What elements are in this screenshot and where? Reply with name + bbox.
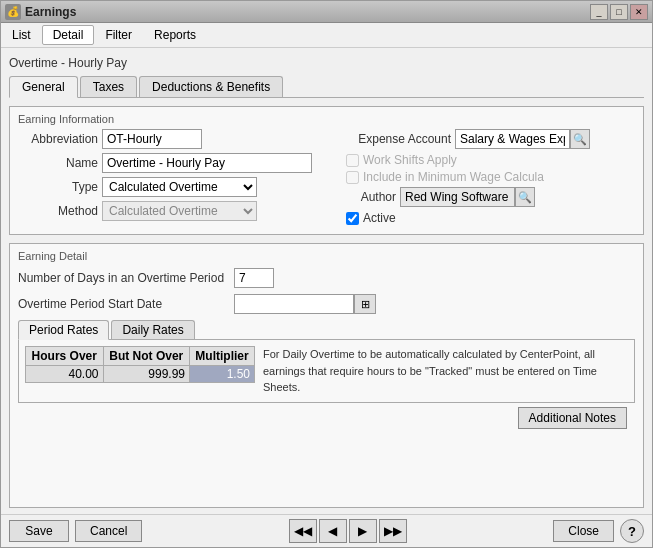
footer-right: Close ?: [553, 519, 644, 543]
method-select[interactable]: Calculated Overtime: [102, 201, 257, 221]
tab-deductions[interactable]: Deductions & Benefits: [139, 76, 283, 97]
min-wage-checkbox[interactable]: [346, 171, 359, 184]
nav-prev-button[interactable]: ◀: [319, 519, 347, 543]
col-but-not-over: But Not Over: [103, 347, 190, 366]
rates-table-wrap: Hours Over But Not Over Multiplier 40.00…: [25, 346, 255, 396]
days-input[interactable]: [234, 268, 274, 288]
days-row: Number of Days in an Overtime Period: [18, 268, 635, 288]
name-label: Name: [18, 156, 98, 170]
author-row: Author 🔍: [346, 187, 635, 207]
expense-account-wrap: 🔍: [455, 129, 590, 149]
additional-notes-button[interactable]: Additional Notes: [518, 407, 627, 429]
title-bar-left: 💰 Earnings: [5, 4, 76, 20]
earning-detail-legend: Earning Detail: [18, 250, 635, 262]
tab-taxes[interactable]: Taxes: [80, 76, 137, 97]
min-wage-row: Include in Minimum Wage Calcula: [346, 170, 635, 184]
active-row: Active: [346, 211, 635, 225]
start-date-wrap: ⊞: [234, 294, 376, 314]
earning-info-left: Abbreviation Name Type Calculated Overti…: [18, 129, 338, 228]
work-shifts-row: Work Shifts Apply: [346, 153, 635, 167]
footer-left: Save Cancel: [9, 520, 142, 542]
expense-account-row: Expense Account 🔍: [346, 129, 635, 149]
start-date-input[interactable]: [234, 294, 354, 314]
tab-general[interactable]: General: [9, 76, 78, 98]
nav-next-button[interactable]: ▶: [349, 519, 377, 543]
start-date-row: Overtime Period Start Date ⊞: [18, 294, 635, 314]
abbreviation-row: Abbreviation: [18, 129, 338, 149]
tab-daily-rates[interactable]: Daily Rates: [111, 320, 194, 339]
earning-info-box: Earning Information Abbreviation Name Ty…: [9, 106, 644, 235]
save-button[interactable]: Save: [9, 520, 69, 542]
min-wage-label: Include in Minimum Wage Calcula: [363, 170, 544, 184]
menu-bar: List Detail Filter Reports: [1, 23, 652, 48]
help-button[interactable]: ?: [620, 519, 644, 543]
work-shifts-checkbox[interactable]: [346, 154, 359, 167]
footer-nav: ◀◀ ◀ ▶ ▶▶: [289, 519, 407, 543]
maximize-button[interactable]: □: [610, 4, 628, 20]
name-row: Name: [18, 153, 338, 173]
minimize-button[interactable]: _: [590, 4, 608, 20]
author-wrap: 🔍: [400, 187, 535, 207]
menu-detail[interactable]: Detail: [42, 25, 95, 45]
menu-filter[interactable]: Filter: [94, 25, 143, 45]
cell-multiplier: 1.50: [190, 366, 255, 383]
main-tab-bar: General Taxes Deductions & Benefits: [9, 76, 644, 98]
footer: Save Cancel ◀◀ ◀ ▶ ▶▶ Close ?: [1, 514, 652, 547]
table-row: 40.00 999.99 1.50: [26, 366, 255, 383]
menu-reports[interactable]: Reports: [143, 25, 207, 45]
type-row: Type Calculated Overtime: [18, 177, 338, 197]
expense-account-input[interactable]: [455, 129, 570, 149]
earning-info-legend: Earning Information: [18, 113, 635, 125]
expense-account-label: Expense Account: [346, 132, 451, 146]
earning-info-cols: Abbreviation Name Type Calculated Overti…: [18, 129, 635, 228]
type-label: Type: [18, 180, 98, 194]
active-label: Active: [363, 211, 396, 225]
author-input[interactable]: [400, 187, 515, 207]
period-content: Hours Over But Not Over Multiplier 40.00…: [18, 340, 635, 403]
nav-last-button[interactable]: ▶▶: [379, 519, 407, 543]
work-shifts-label: Work Shifts Apply: [363, 153, 457, 167]
earning-detail-box: Earning Detail Number of Days in an Over…: [9, 243, 644, 508]
abbreviation-label: Abbreviation: [18, 132, 98, 146]
active-checkbox[interactable]: [346, 212, 359, 225]
expense-account-search-button[interactable]: 🔍: [570, 129, 590, 149]
cell-but-not-over: 999.99: [103, 366, 190, 383]
main-window: 💰 Earnings _ □ ✕ List Detail Filter Repo…: [0, 0, 653, 548]
days-label: Number of Days in an Overtime Period: [18, 271, 228, 285]
bottom-bar: Additional Notes: [18, 403, 635, 433]
menu-list[interactable]: List: [1, 25, 42, 45]
abbreviation-input[interactable]: [102, 129, 202, 149]
close-button[interactable]: Close: [553, 520, 614, 542]
rates-table: Hours Over But Not Over Multiplier 40.00…: [25, 346, 255, 383]
nav-first-button[interactable]: ◀◀: [289, 519, 317, 543]
title-buttons: _ □ ✕: [590, 4, 648, 20]
tab-period-rates[interactable]: Period Rates: [18, 320, 109, 340]
close-window-button[interactable]: ✕: [630, 4, 648, 20]
method-label: Method: [18, 204, 98, 218]
cancel-button[interactable]: Cancel: [75, 520, 142, 542]
window-content: Overtime - Hourly Pay General Taxes Dedu…: [1, 48, 652, 514]
rates-note: For Daily Overtime to be automatically c…: [263, 346, 628, 396]
author-search-button[interactable]: 🔍: [515, 187, 535, 207]
earning-info-right: Expense Account 🔍 Work Shifts Apply Incl…: [346, 129, 635, 228]
page-title: Overtime - Hourly Pay: [9, 54, 644, 72]
cell-hours-over: 40.00: [26, 366, 104, 383]
col-hours-over: Hours Over: [26, 347, 104, 366]
period-tab-bar: Period Rates Daily Rates: [18, 320, 635, 340]
type-select[interactable]: Calculated Overtime: [102, 177, 257, 197]
name-input[interactable]: [102, 153, 312, 173]
calendar-button[interactable]: ⊞: [354, 294, 376, 314]
app-icon: 💰: [5, 4, 21, 20]
author-label: Author: [346, 190, 396, 204]
window-title: Earnings: [25, 5, 76, 19]
col-multiplier: Multiplier: [190, 347, 255, 366]
start-date-label: Overtime Period Start Date: [18, 297, 228, 311]
title-bar: 💰 Earnings _ □ ✕: [1, 1, 652, 23]
method-row: Method Calculated Overtime: [18, 201, 338, 221]
